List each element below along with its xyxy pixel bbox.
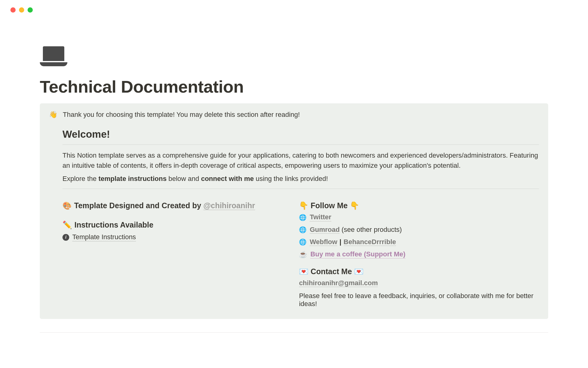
follow-me-text: Follow Me <box>311 201 348 210</box>
gumroad-link[interactable]: Gumroad <box>310 226 340 234</box>
envelope-icon: 💌 <box>299 267 308 276</box>
email-link[interactable]: chihiroanihr@gmail.com <box>299 279 378 287</box>
callout-header: 👋 Thank you for choosing this template! … <box>49 111 539 119</box>
twitter-link[interactable]: Twitter <box>310 213 331 221</box>
designed-by-heading: 🎨 Template Designed and Created by @chih… <box>62 201 281 210</box>
explore-bold1: template instructions <box>98 175 166 182</box>
left-column: 🎨 Template Designed and Created by @chih… <box>62 201 281 308</box>
instructions-heading: ✏️ Instructions Available <box>62 220 281 229</box>
pipe-separator: | <box>340 238 341 246</box>
description-text: This Notion template serves as a compreh… <box>62 150 539 171</box>
page-divider <box>40 332 548 333</box>
feedback-text: Please feel free to leave a feedback, in… <box>299 292 539 308</box>
behance-link[interactable]: Behance <box>344 238 372 246</box>
welcome-callout: 👋 Thank you for choosing this template! … <box>40 103 548 319</box>
right-column: 👇 Follow Me 👇 🌐 Twitter 🌐 Gumroad (see o… <box>299 201 539 308</box>
webflow-link[interactable]: Webflow <box>310 238 337 246</box>
instructions-heading-text: Instructions Available <box>74 220 153 229</box>
webflow-behance-row: 🌐 Webflow | BehanceDrrrible <box>299 238 539 246</box>
follow-me-heading: 👇 Follow Me 👇 <box>299 201 539 210</box>
explore-bold2: connect with me <box>201 175 254 182</box>
contact-me-heading: 💌 Contact Me 💌 <box>299 267 539 276</box>
contact-me-text: Contact Me <box>311 267 352 276</box>
twitter-link-row: 🌐 Twitter <box>299 213 539 221</box>
info-icon: i <box>62 234 69 241</box>
pencil-icon: ✏️ <box>62 220 72 229</box>
page-container: Technical Documentation 👋 Thank you for … <box>0 13 588 333</box>
close-window-button[interactable] <box>10 7 16 13</box>
page-title[interactable]: Technical Documentation <box>40 77 548 97</box>
template-instructions-link-row[interactable]: i Template Instructions <box>62 233 281 241</box>
explore-text: Explore the template instructions below … <box>62 174 539 184</box>
globe-icon: 🌐 <box>299 214 307 221</box>
welcome-heading: Welcome! <box>62 128 539 140</box>
divider <box>62 144 539 145</box>
window-controls <box>0 0 588 13</box>
palette-icon: 🎨 <box>62 201 72 210</box>
wave-icon: 👋 <box>49 111 57 119</box>
globe-icon: 🌐 <box>299 238 307 246</box>
point-down-icon: 👇 <box>299 201 308 210</box>
columns-container: 🎨 Template Designed and Created by @chih… <box>62 201 539 308</box>
page-icon[interactable] <box>40 46 548 67</box>
coffee-icon: ☕ <box>299 251 307 259</box>
email-row: chihiroanihr@gmail.com <box>299 279 539 287</box>
explore-mid: below and <box>167 175 201 182</box>
explore-prefix: Explore the <box>62 175 98 182</box>
explore-suffix: using the links provided! <box>254 175 328 182</box>
gumroad-link-row: 🌐 Gumroad (see other products) <box>299 226 539 234</box>
template-instructions-link[interactable]: Template Instructions <box>72 233 136 241</box>
gumroad-note: (see other products) <box>340 226 402 233</box>
author-link[interactable]: @chihiroanihr <box>203 201 255 210</box>
buy-coffee-link[interactable]: Buy me a coffee (Support Me) <box>310 250 405 259</box>
point-down-icon: 👇 <box>350 201 359 210</box>
envelope-icon: 💌 <box>354 267 364 276</box>
laptop-icon <box>40 46 67 66</box>
callout-intro-text: Thank you for choosing this template! Yo… <box>63 111 300 119</box>
drrrible-link[interactable]: Drrrible <box>372 238 396 246</box>
coffee-link-row: ☕ Buy me a coffee (Support Me) <box>299 250 539 259</box>
divider <box>62 189 539 189</box>
minimize-window-button[interactable] <box>19 7 24 13</box>
globe-icon: 🌐 <box>299 226 307 233</box>
designed-by-text: Template Designed and Created by <box>74 201 203 210</box>
maximize-window-button[interactable] <box>28 7 33 13</box>
